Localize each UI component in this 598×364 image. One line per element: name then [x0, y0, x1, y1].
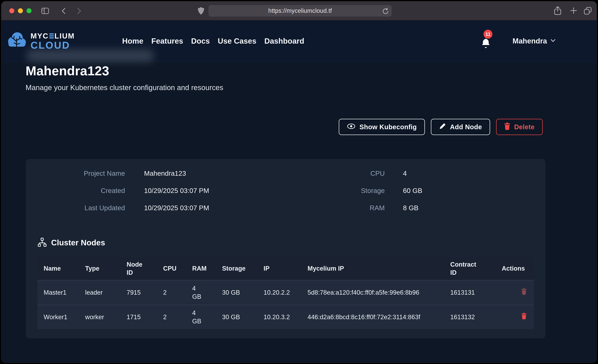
- zoom-window-button[interactable]: [26, 8, 32, 13]
- cell-contract-id: 1613132: [450, 313, 502, 321]
- cell-ram: 4 GB: [192, 284, 222, 301]
- col-ram: RAM: [192, 265, 222, 273]
- page-subtitle: Manage your Kubernetes cluster configura…: [25, 83, 223, 92]
- nav-item-home[interactable]: Home: [122, 36, 143, 45]
- tab-overview-icon[interactable]: [584, 7, 592, 15]
- cluster-nodes-table: Name Type Node ID CPU RAM Storage IP Myc…: [38, 257, 534, 329]
- col-mycelium-ip: Mycelium IP: [307, 265, 450, 273]
- screenshot-stage: https://myceliumcloud.tf: [0, 0, 598, 364]
- cell-node-id: 1715: [127, 313, 163, 321]
- table-header-row: Name Type Node ID CPU RAM Storage IP Myc…: [38, 257, 534, 280]
- mycelium-cloud-logo-icon: [6, 30, 28, 52]
- bell-icon: [481, 38, 491, 50]
- notifications-button[interactable]: 11: [479, 27, 500, 57]
- privacy-shield-icon[interactable]: [197, 7, 205, 15]
- logo-line2: CLOUD: [31, 40, 75, 50]
- cell-cpu: 2: [163, 289, 192, 297]
- cell-type: leader: [85, 289, 127, 297]
- cell-actions: [502, 313, 534, 321]
- main-nav: Home Features Docs Use Cases Dashboard: [122, 20, 304, 62]
- detail-label: Last Updated: [26, 204, 125, 212]
- cell-node-id: 7915: [127, 289, 163, 297]
- col-storage: Storage: [222, 265, 264, 273]
- show-kubeconfig-button[interactable]: Show Kubeconfig: [339, 119, 425, 135]
- cell-ram: 4 GB: [192, 309, 222, 325]
- cell-storage: 30 GB: [222, 289, 264, 297]
- cell-storage: 30 GB: [222, 313, 264, 321]
- detail-label: CPU: [316, 169, 385, 178]
- col-ip: IP: [264, 265, 307, 273]
- browser-window: https://myceliumcloud.tf: [1, 1, 597, 363]
- logo-e-bars-icon: [49, 33, 54, 39]
- sidebar-toggle-icon[interactable]: [41, 7, 49, 15]
- close-window-button[interactable]: [9, 8, 14, 13]
- logo[interactable]: MYC LIUM CLOUD: [6, 30, 75, 52]
- detail-value: Mahendra123: [144, 169, 186, 178]
- col-contract-id: Contract ID: [450, 260, 502, 277]
- nav-item-docs[interactable]: Docs: [191, 36, 210, 45]
- detail-label: Created: [26, 186, 125, 195]
- user-name: Mahendra: [513, 37, 547, 45]
- nav-item-features[interactable]: Features: [151, 36, 183, 45]
- eye-icon: [347, 123, 356, 131]
- detail-value: 8 GB: [403, 204, 418, 212]
- detail-value: 10/29/2025 03:07 PM: [144, 186, 209, 195]
- logo-line1: MYC LIUM: [31, 32, 75, 40]
- col-name: Name: [44, 265, 85, 273]
- cell-ip: 10.20.2.2: [264, 289, 307, 297]
- user-menu[interactable]: Mahendra: [513, 20, 556, 62]
- col-node-id: Node ID: [127, 260, 163, 277]
- url-text: https://myceliumcloud.tf: [268, 7, 332, 14]
- cell-ip: 10.20.3.2: [264, 313, 307, 321]
- page-title: Mahendra123: [25, 64, 109, 77]
- pencil-icon: [439, 123, 446, 131]
- browser-toolbar: https://myceliumcloud.tf: [1, 1, 597, 20]
- minimize-window-button[interactable]: [18, 8, 23, 13]
- detail-value: 60 GB: [403, 186, 422, 195]
- traffic-lights: [9, 8, 32, 13]
- col-type: Type: [85, 265, 127, 273]
- cell-actions: [502, 288, 534, 297]
- delete-node-icon[interactable]: [521, 313, 527, 321]
- cell-name: Master1: [44, 289, 85, 297]
- notification-badge: 11: [483, 30, 492, 39]
- delete-cluster-button[interactable]: Delete: [496, 119, 543, 135]
- reload-icon[interactable]: [382, 8, 389, 14]
- detail-label: Project Name: [26, 169, 125, 178]
- detail-value: 4: [403, 169, 407, 178]
- delete-node-icon[interactable]: [521, 288, 527, 297]
- col-cpu: CPU: [163, 265, 192, 273]
- table-row: Master1 leader 7915 2 4 GB 30 GB 10.20.2…: [38, 280, 534, 305]
- cluster-nodes-title: Cluster Nodes: [51, 238, 105, 247]
- detail-label: RAM: [316, 204, 385, 212]
- cell-mycelium-ip: 446:d2a6:8bcd:8c16:ff0f:72e2:3114:863f: [307, 313, 450, 321]
- cell-cpu: 2: [163, 313, 192, 321]
- nav-item-use-cases[interactable]: Use Cases: [218, 36, 257, 45]
- cell-name: Worker1: [44, 313, 85, 321]
- table-row: Worker1 worker 1715 2 4 GB 30 GB 10.20.3…: [38, 305, 534, 329]
- address-bar[interactable]: https://myceliumcloud.tf: [208, 5, 392, 17]
- nav-item-dashboard[interactable]: Dashboard: [264, 36, 304, 45]
- add-node-button[interactable]: Add Node: [431, 119, 490, 135]
- cell-contract-id: 1613131: [450, 289, 502, 297]
- cluster-nodes-heading: Cluster Nodes: [38, 238, 105, 248]
- chevron-down-icon: [550, 39, 556, 43]
- share-icon[interactable]: [553, 6, 562, 15]
- detail-label: Storage: [316, 186, 385, 195]
- network-icon: [38, 238, 47, 248]
- col-actions: Actions: [502, 265, 534, 273]
- trash-icon: [504, 123, 510, 131]
- site-header: MYC LIUM CLOUD Home Features Docs Use Ca…: [1, 20, 597, 62]
- forward-icon[interactable]: [75, 7, 82, 15]
- cluster-details-card: Project Name Mahendra123 Created 10/29/2…: [26, 159, 545, 339]
- logo-text: MYC LIUM CLOUD: [31, 32, 75, 50]
- detail-value: 10/29/2025 03:07 PM: [144, 204, 209, 212]
- back-icon[interactable]: [60, 7, 68, 15]
- cell-mycelium-ip: 5d8:78ea:a120:f40c:ff0f:a5fe:99e6:8b96: [307, 289, 450, 297]
- cell-type: worker: [85, 313, 127, 321]
- page-content: Mahendra123: [1, 20, 597, 363]
- new-tab-icon[interactable]: [570, 7, 578, 15]
- cluster-actions: Show Kubeconfig Add Node: [339, 119, 543, 135]
